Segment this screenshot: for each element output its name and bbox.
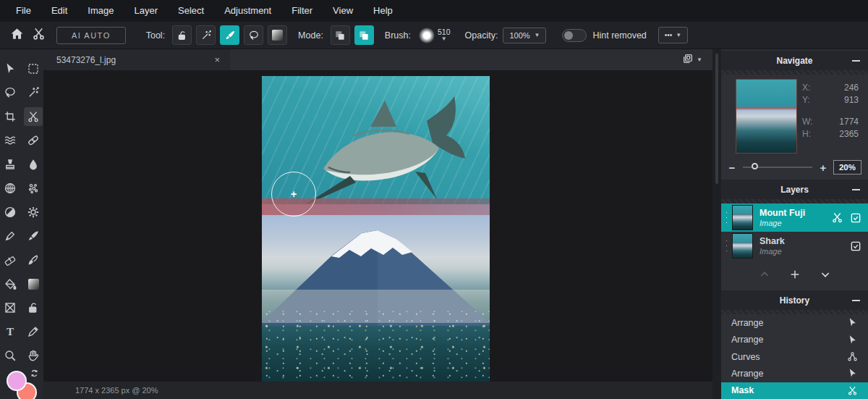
tool-option-lasso[interactable]: [244, 25, 263, 45]
pen-icon: [4, 230, 17, 243]
history-step-mask[interactable]: Mask: [721, 382, 868, 399]
sidebar-tool-magnify[interactable]: [1, 346, 20, 365]
sidebar-tool-drop[interactable]: [24, 155, 43, 174]
menu-adjustment[interactable]: Adjustment: [214, 0, 281, 22]
menu-image[interactable]: Image: [77, 0, 124, 22]
sidebar-tool-globe[interactable]: [1, 179, 20, 198]
tool-option-gradient[interactable]: [268, 25, 287, 45]
menu-select[interactable]: Select: [168, 0, 214, 22]
navigate-header[interactable]: Navigate: [721, 51, 868, 70]
mode-options: [328, 25, 376, 45]
zoom-slider-knob[interactable]: [752, 163, 758, 169]
zoom-value[interactable]: 20%: [833, 160, 861, 175]
sidebar-tool-dots[interactable]: [24, 179, 43, 198]
layer-thumbnail[interactable]: [732, 205, 753, 230]
scissors-icon: [27, 110, 40, 123]
history-step-arrange[interactable]: Arrange: [721, 365, 868, 382]
sidebar-tool-crop[interactable]: [1, 107, 20, 126]
ai-auto-button[interactable]: AI AUTO: [56, 27, 126, 44]
bucket-icon: [4, 277, 17, 290]
layer-visibility-checkbox[interactable]: [850, 240, 861, 252]
window-layout-dropdown[interactable]: ▼: [682, 49, 712, 70]
panel-scrollbar[interactable]: [712, 49, 721, 399]
sidebar-tool-gear[interactable]: [24, 203, 43, 222]
tool-option-brush-active[interactable]: [220, 25, 239, 45]
sidebar-tool-picker[interactable]: [24, 322, 43, 341]
mode-squares-icon: [334, 30, 346, 41]
tool-palette: T: [1, 59, 43, 365]
zoom-out-button[interactable]: −: [728, 161, 736, 174]
primary-color-swatch[interactable]: [7, 371, 27, 391]
layer-row-shark[interactable]: SharkImage: [721, 232, 868, 260]
history-step-curves[interactable]: Curves: [721, 348, 868, 365]
magic-wand-icon: [200, 30, 212, 41]
mode-option-mode-squares-active[interactable]: [354, 25, 374, 45]
sidebar-tool-magic-wand[interactable]: [24, 83, 43, 102]
zoom-in-button[interactable]: +: [819, 161, 827, 174]
sidebar-tool-gradient[interactable]: [24, 274, 43, 293]
collapse-icon[interactable]: [852, 60, 860, 62]
sidebar-tool-hand[interactable]: [24, 346, 43, 365]
sidebar-tool-marquee[interactable]: [24, 59, 43, 78]
navigate-thumbnail[interactable]: [736, 79, 797, 154]
layer-drag-handle[interactable]: [725, 210, 728, 226]
menu-file[interactable]: File: [6, 0, 41, 22]
layer-row-mount-fuji[interactable]: Mount FujiImage: [721, 203, 868, 232]
history-step-arrange[interactable]: Arrange: [721, 331, 868, 348]
collapse-icon[interactable]: [852, 300, 860, 301]
sidebar-tool-scissors[interactable]: [24, 107, 43, 126]
document-tab[interactable]: 53473276_l.jpg ×: [43, 49, 230, 70]
scrollbar-thumb[interactable]: [715, 54, 718, 184]
sidebar-tool-eraser[interactable]: [1, 251, 20, 269]
bandage-icon: [27, 134, 40, 147]
sidebar-tool-waves[interactable]: [1, 131, 20, 150]
layer-thumbnail[interactable]: [732, 233, 753, 259]
layers-title: Layers: [780, 185, 809, 195]
add-layer-button[interactable]: [789, 269, 801, 280]
opacity-dropdown[interactable]: 100% ▼: [503, 28, 546, 43]
move-layer-up-button[interactable]: [759, 269, 770, 280]
menu-edit[interactable]: Edit: [41, 0, 77, 22]
brush-preview-icon[interactable]: [419, 28, 435, 43]
menu-layer[interactable]: Layer: [124, 0, 169, 22]
menu-filter[interactable]: Filter: [281, 0, 323, 22]
sidebar-tool-smudge[interactable]: [24, 251, 43, 269]
layer-mask-scissors-icon[interactable]: [831, 211, 843, 224]
layer-drag-handle[interactable]: [725, 238, 728, 254]
zoom-slider[interactable]: [743, 167, 812, 168]
tab-title: 53473276_l.jpg: [56, 55, 213, 65]
sidebar-tool-pen[interactable]: [1, 227, 20, 245]
mode-option-mode-squares[interactable]: [331, 25, 350, 45]
sidebar-tool-frame-x[interactable]: [1, 298, 20, 317]
cut-tool-button[interactable]: [27, 25, 49, 46]
layer-visibility-checkbox[interactable]: [850, 212, 861, 224]
history-header[interactable]: History: [721, 290, 868, 310]
tab-close-icon[interactable]: ×: [213, 54, 221, 65]
opacity-label: Opacity:: [465, 30, 498, 41]
sidebar-tool-bucket[interactable]: [1, 274, 20, 293]
more-options-button[interactable]: ••• ▼: [658, 27, 688, 43]
tool-option-magic-wand[interactable]: [196, 25, 216, 45]
history-step-arrange[interactable]: Arrange: [721, 314, 868, 331]
sidebar-tool-stamp[interactable]: [1, 155, 20, 174]
sidebar-tool-brush[interactable]: [24, 227, 43, 245]
hint-removed-toggle[interactable]: [562, 29, 587, 42]
sidebar-tool-bandage[interactable]: [24, 131, 43, 150]
home-button[interactable]: [6, 25, 27, 46]
menu-help[interactable]: Help: [363, 0, 403, 22]
brush-size-dropdown[interactable]: 510 ▼: [438, 28, 451, 43]
sidebar-tool-arrow[interactable]: [1, 59, 20, 78]
sidebar-tool-lasso[interactable]: [1, 83, 20, 102]
swap-colors-icon[interactable]: [30, 368, 39, 381]
canvas-viewport[interactable]: +: [43, 70, 712, 382]
sidebar-tool-text[interactable]: T: [1, 322, 20, 341]
eraser-icon: [4, 253, 17, 266]
move-layer-down-button[interactable]: [820, 269, 831, 280]
layers-header[interactable]: Layers: [721, 180, 868, 199]
sidebar-tool-halfmoon[interactable]: [1, 203, 20, 222]
tool-option-lock-open[interactable]: [172, 25, 192, 45]
menu-view[interactable]: View: [323, 0, 363, 22]
collapse-icon[interactable]: [852, 189, 860, 190]
sidebar-tool-lock-open[interactable]: [24, 298, 43, 317]
ellipsis-icon: •••: [665, 31, 673, 39]
